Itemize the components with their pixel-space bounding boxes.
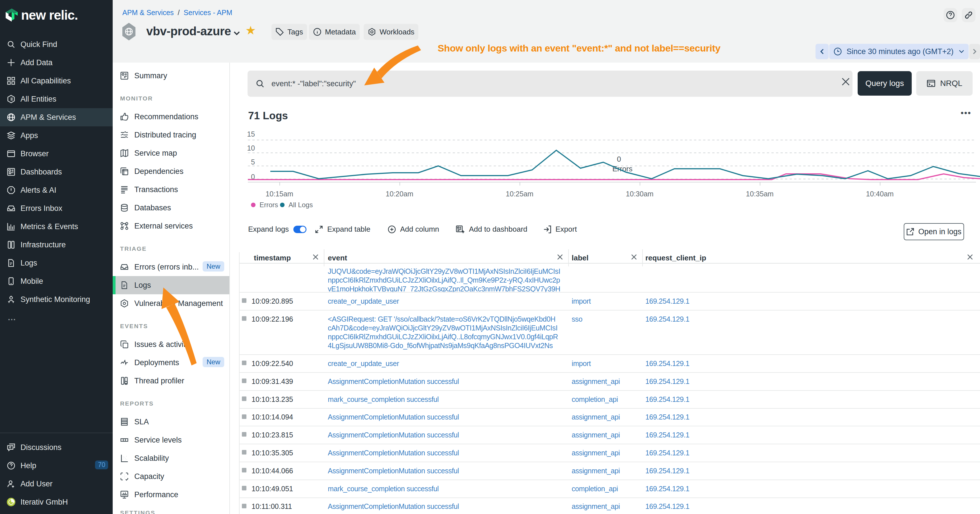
svg-text:10: 10 <box>247 144 255 152</box>
svg-text:Errors: Errors <box>612 164 633 173</box>
svg-text:15: 15 <box>247 130 255 138</box>
svg-text:10:30am: 10:30am <box>626 190 653 198</box>
svg-text:10:15am: 10:15am <box>266 190 293 198</box>
svg-text:10:20am: 10:20am <box>385 190 413 198</box>
svg-text:10:35am: 10:35am <box>746 190 773 198</box>
svg-text:0: 0 <box>617 155 621 163</box>
svg-text:10:25am: 10:25am <box>506 190 533 198</box>
svg-text:10:40am: 10:40am <box>866 190 894 198</box>
svg-text:5: 5 <box>251 158 255 166</box>
